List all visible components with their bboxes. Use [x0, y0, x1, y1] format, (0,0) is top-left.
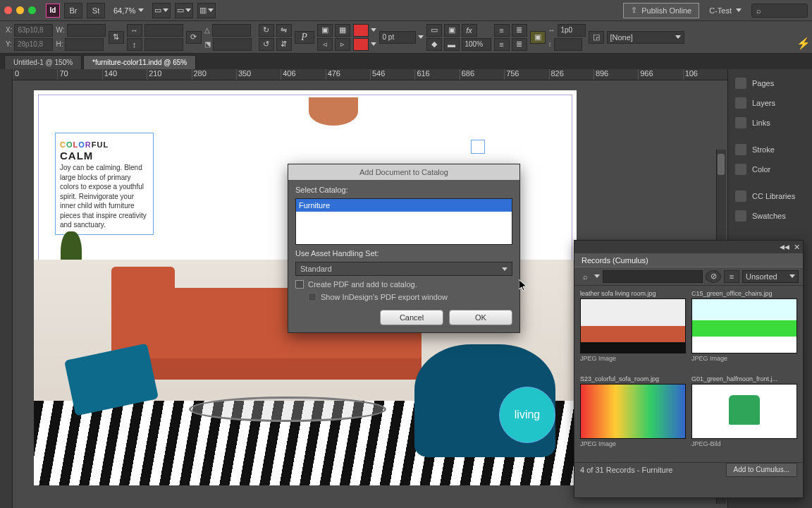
- record-item[interactable]: G01_green_halfmoon_front.j...JPEG-Bild: [691, 375, 797, 458]
- flip-v-icon[interactable]: ⇵: [276, 38, 292, 51]
- catalog-item[interactable]: Furniture: [296, 199, 512, 212]
- panel-tab-pages[interactable]: Pages: [728, 73, 812, 93]
- help-search[interactable]: ⌕: [751, 4, 808, 18]
- panel-tab-links[interactable]: Links: [728, 113, 812, 133]
- chevron-down-icon[interactable]: [594, 274, 600, 278]
- wrap-jump-icon[interactable]: ▬: [444, 38, 460, 51]
- rotate-icon[interactable]: ⟳: [186, 31, 202, 44]
- bridge-button[interactable]: Br: [64, 3, 82, 18]
- stroke-weight-field[interactable]: 0 pt: [379, 31, 416, 44]
- record-thumbnail[interactable]: [580, 384, 686, 439]
- close-icon[interactable]: ✕: [794, 243, 800, 252]
- clear-search-icon[interactable]: ⊘: [706, 270, 721, 283]
- cancel-button[interactable]: Cancel: [380, 310, 443, 325]
- view-options-button[interactable]: ▭: [152, 3, 171, 18]
- char-panel-icon[interactable]: P: [295, 31, 314, 44]
- rotate-ccw-icon[interactable]: ↺: [259, 38, 274, 51]
- catalog-list[interactable]: Furniture: [295, 198, 512, 245]
- checkbox-icon[interactable]: [295, 280, 304, 289]
- align-justify-icon[interactable]: ≣: [512, 38, 527, 51]
- screen-mode-button[interactable]: ▭: [175, 3, 193, 18]
- panel-tab-stroke[interactable]: Stroke: [728, 140, 812, 159]
- publish-online-button[interactable]: ⇪ Publish Online: [623, 3, 699, 18]
- record-kind: JPEG Image: [691, 355, 797, 362]
- doc-tab[interactable]: Untitled-1 @ 150%: [4, 55, 82, 69]
- zoom-icon[interactable]: [28, 6, 36, 14]
- search-icon[interactable]: ⌕: [579, 270, 591, 283]
- record-thumbnail[interactable]: [691, 384, 797, 439]
- record-item[interactable]: leather sofa living room.jpgJPEG Image: [580, 290, 686, 373]
- effects-icon[interactable]: fx: [462, 24, 477, 37]
- sort-select[interactable]: Unsorted: [742, 270, 799, 283]
- frame-fitting-icon[interactable]: ▣: [530, 31, 546, 44]
- scale-y-icon[interactable]: ↕: [127, 38, 142, 51]
- filter-icon[interactable]: ≡: [724, 270, 739, 283]
- vertical-ruler[interactable]: [0, 69, 13, 508]
- x-field[interactable]: 63p10,8: [14, 24, 53, 37]
- collapse-icon[interactable]: ◀◀: [780, 243, 789, 250]
- panel-tab-swatches[interactable]: Swatches: [728, 206, 812, 226]
- rotation-field[interactable]: [212, 24, 251, 37]
- panel-tab-color[interactable]: Color: [728, 159, 812, 179]
- text-frame[interactable]: COLORFUL CALM Joy can be calming. Blend …: [55, 133, 154, 235]
- select-content-icon[interactable]: ▦: [335, 24, 350, 37]
- empty-frame[interactable]: [471, 140, 485, 154]
- stock-button[interactable]: St: [87, 3, 105, 18]
- gap-field[interactable]: 1p0: [558, 24, 586, 37]
- wrap-shape-icon[interactable]: ◆: [426, 38, 442, 51]
- opacity-field[interactable]: 100%: [462, 38, 491, 51]
- fill-swatch-icon[interactable]: [353, 24, 369, 37]
- rotate-cw-icon[interactable]: ↻: [259, 24, 274, 37]
- y-field[interactable]: 28p10,8: [14, 38, 53, 51]
- panel-tab[interactable]: Records (Cumulus): [574, 253, 803, 267]
- checkbox-icon: [308, 293, 316, 301]
- arrange-button[interactable]: ▥: [197, 3, 216, 18]
- stroke-swatch-icon[interactable]: [353, 38, 369, 51]
- records-search-input[interactable]: [603, 270, 703, 283]
- zoom-level[interactable]: 64,7%: [113, 6, 144, 15]
- minimize-icon[interactable]: [16, 6, 24, 14]
- scrollbar-thumb[interactable]: [718, 154, 725, 175]
- close-icon[interactable]: [4, 6, 12, 14]
- select-container-icon[interactable]: ▣: [317, 24, 333, 37]
- workspace-switcher[interactable]: C-Test: [709, 6, 742, 15]
- align-right-icon[interactable]: ≡: [494, 38, 510, 51]
- create-pdf-checkbox-row[interactable]: Create PDF and add to catalog.: [295, 280, 512, 289]
- scale-x-icon[interactable]: ↔: [127, 24, 142, 37]
- panel-tab-layers[interactable]: Layers: [728, 93, 812, 113]
- record-thumbnail[interactable]: [580, 298, 686, 353]
- record-thumbnail[interactable]: [691, 298, 797, 353]
- scale-y-field[interactable]: [144, 38, 183, 51]
- scale-x-field[interactable]: [144, 24, 183, 37]
- object-style-select[interactable]: [None]: [607, 31, 684, 44]
- create-pdf-label: Create PDF and add to catalog.: [308, 280, 417, 289]
- select-next-icon[interactable]: ▹: [335, 38, 350, 51]
- chevron-down-icon[interactable]: [371, 28, 376, 32]
- horizontal-ruler[interactable]: 0701402102803504064765466166867568268969…: [13, 69, 727, 80]
- wrap-bbox-icon[interactable]: ▣: [444, 24, 460, 37]
- h-field[interactable]: [65, 38, 104, 51]
- control-bar: X:63p10,8 Y:28p10,8 W: H: ⇅ ↔ ↕ ⟳ △ ⬔ ↻⇋…: [0, 21, 812, 54]
- record-item[interactable]: S23_colorful_sofa_room.jpgJPEG Image: [580, 375, 686, 458]
- panel-header[interactable]: ◀◀ ✕: [574, 241, 803, 253]
- living-badge[interactable]: living: [499, 387, 555, 443]
- chevron-down-icon[interactable]: [371, 42, 376, 46]
- chevron-down-icon[interactable]: [418, 35, 424, 39]
- gap-field-v[interactable]: [554, 38, 582, 51]
- record-item[interactable]: C15_green_office_chairs.jpgJPEG Image: [691, 290, 797, 373]
- flip-h-icon[interactable]: ⇋: [276, 24, 292, 37]
- panel-tab-cc-libraries[interactable]: CC Libraries: [728, 186, 812, 206]
- select-prev-icon[interactable]: ◃: [317, 38, 333, 51]
- wrap-none-icon[interactable]: ▭: [426, 24, 442, 37]
- constrain-icon[interactable]: ⇅: [109, 31, 124, 44]
- corner-options-icon[interactable]: ◲: [589, 31, 604, 44]
- align-center-icon[interactable]: ≣: [512, 24, 527, 37]
- add-to-cumulus-button[interactable]: Add to Cumulus...: [726, 463, 797, 477]
- panel-label: Pages: [752, 79, 774, 87]
- shear-field[interactable]: [213, 38, 252, 51]
- asset-handling-select[interactable]: Standard: [295, 262, 512, 276]
- w-field[interactable]: [67, 24, 106, 37]
- ok-button[interactable]: OK: [449, 310, 512, 325]
- doc-tab[interactable]: *furniture-color11.indd @ 65%: [83, 55, 196, 69]
- align-left-icon[interactable]: ≡: [494, 24, 510, 37]
